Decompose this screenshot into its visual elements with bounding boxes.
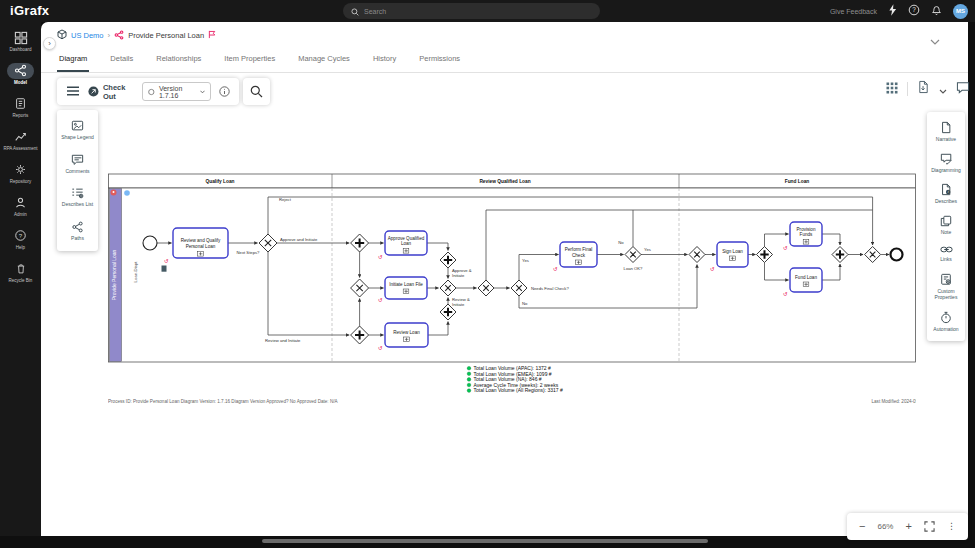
zoom-in-button[interactable]: + bbox=[905, 521, 911, 532]
document-icon bbox=[940, 121, 952, 134]
tab-bar: Diagram Details Relationships Item Prope… bbox=[57, 52, 462, 72]
sidebar-item-recycle-bin[interactable]: Recycle Bin bbox=[0, 260, 41, 292]
collapse-panel-button[interactable]: › bbox=[43, 37, 56, 50]
links-button[interactable]: Links bbox=[927, 245, 965, 263]
svg-text:↺: ↺ bbox=[378, 297, 383, 303]
sidebar-item-dashboard[interactable]: Dashboard bbox=[0, 29, 41, 61]
paths-button[interactable]: Paths bbox=[59, 221, 97, 242]
dashboard-icon bbox=[14, 29, 28, 46]
svg-text:Personal Loan: Personal Loan bbox=[186, 244, 216, 249]
global-search[interactable] bbox=[343, 3, 600, 19]
comments-button[interactable]: Comments bbox=[59, 154, 97, 175]
process-diagram-canvas[interactable]: Qualify Loan Review Qualified Loan Fund … bbox=[108, 172, 916, 410]
lane-note: Loan-Dispt bbox=[133, 261, 138, 283]
svg-text:Loan: Loan bbox=[401, 241, 412, 246]
describes-button[interactable]: i Describes bbox=[927, 183, 965, 205]
chain-link-icon bbox=[940, 245, 953, 254]
user-avatar[interactable]: MS bbox=[953, 4, 968, 19]
more-options-kebab-icon[interactable]: ⋮ bbox=[947, 522, 956, 531]
diagram-stats: Total Loan Volume (APAC): 1372 # Total L… bbox=[467, 365, 563, 393]
fullscreen-icon[interactable] bbox=[924, 518, 935, 536]
custom-properties-button[interactable]: Custom Properties bbox=[927, 273, 965, 301]
diagram-footer-right: Last Modified: 2024-05-07 07:26:29 bbox=[871, 399, 916, 404]
svg-text:Initiate Loan File: Initiate Loan File bbox=[389, 282, 423, 287]
svg-text:Provide Personal Loan: Provide Personal Loan bbox=[111, 249, 117, 300]
task-fund-loan[interactable]: Fund Loan bbox=[790, 268, 822, 292]
reports-icon bbox=[14, 95, 27, 112]
tab-item-properties[interactable]: Item Properties bbox=[222, 52, 277, 72]
collapse-header-chevron-icon[interactable] bbox=[930, 31, 940, 49]
diagramming-button[interactable]: Diagramming bbox=[927, 153, 965, 174]
check-out-button[interactable]: Check Out bbox=[88, 83, 134, 101]
toolbar-separator bbox=[907, 82, 908, 96]
horizontal-scrollbar[interactable] bbox=[262, 539, 708, 543]
lane-marker-icon bbox=[124, 190, 130, 196]
tab-manage-cycles[interactable]: Manage Cycles bbox=[296, 52, 352, 72]
zoom-out-button[interactable]: − bbox=[859, 521, 865, 532]
svg-text:↺: ↺ bbox=[553, 266, 558, 272]
tabs-divider bbox=[41, 72, 968, 73]
bubble-pencil-icon bbox=[940, 153, 953, 165]
phase-qualify-loan: Qualify Loan bbox=[205, 179, 234, 184]
app-header: iGrafx Give Feedback ? MS bbox=[0, 0, 975, 22]
svg-text:No: No bbox=[522, 301, 528, 306]
phase-header-row[interactable]: Qualify Loan Review Qualified Loan Fund … bbox=[109, 174, 916, 188]
task-initiate-loan-file[interactable]: Initiate Loan File bbox=[385, 277, 427, 299]
help-icon[interactable]: ? bbox=[908, 2, 920, 20]
notifications-bell-icon[interactable] bbox=[931, 2, 942, 20]
menu-hamburger-icon[interactable] bbox=[66, 83, 80, 101]
svg-text:Initiate: Initiate bbox=[452, 302, 465, 307]
comment-bubble-icon[interactable] bbox=[956, 80, 970, 98]
task-provision-funds[interactable]: Provision Funds bbox=[790, 222, 822, 246]
svg-text:Total Loan Volume (All Regions: Total Loan Volume (All Regions): 3317 # bbox=[474, 387, 563, 393]
task-sign-loan[interactable]: Sign Loan bbox=[717, 242, 748, 267]
start-event[interactable] bbox=[143, 236, 157, 250]
breadcrumb-current-item[interactable]: Provide Personal Loan bbox=[128, 31, 204, 40]
export-document-icon[interactable] bbox=[917, 80, 930, 98]
tab-diagram[interactable]: Diagram bbox=[57, 52, 89, 72]
task-review-and-qualify-personal-loan[interactable]: Review and Qualify Personal Loan bbox=[173, 228, 228, 258]
tab-permissions[interactable]: Permissions bbox=[417, 52, 462, 72]
automation-button[interactable]: Automation bbox=[927, 311, 965, 333]
svg-text:Review and Initiate: Review and Initiate bbox=[265, 338, 301, 343]
shape-legend-button[interactable]: Shape Legend bbox=[59, 120, 97, 141]
phase-review-qualified-loan: Review Qualified Loan bbox=[479, 179, 530, 184]
tab-details[interactable]: Details bbox=[108, 52, 135, 72]
export-chevron-icon[interactable] bbox=[939, 80, 947, 98]
end-event[interactable] bbox=[891, 249, 903, 261]
sidebar-item-admin[interactable]: Admin bbox=[0, 194, 41, 226]
svg-text:Needs Final Check?: Needs Final Check? bbox=[531, 286, 569, 291]
task-approve-qualified-loan[interactable]: Approve Qualified Loan bbox=[385, 231, 427, 255]
sidebar-item-rpa-assessment[interactable]: RPA Assessment bbox=[0, 128, 41, 160]
sidebar-item-model[interactable]: Model bbox=[0, 62, 41, 94]
document-gear-icon bbox=[940, 273, 952, 286]
svg-text:?: ? bbox=[19, 233, 23, 239]
grid-view-icon[interactable] bbox=[886, 80, 898, 98]
svg-text:Review Loan: Review Loan bbox=[393, 330, 420, 335]
sidebar-item-reports[interactable]: Reports bbox=[0, 95, 41, 127]
search-icon bbox=[250, 85, 263, 98]
task-perform-final-check[interactable]: Perform Final Check bbox=[560, 242, 597, 267]
phase-fund-loan: Fund Loan bbox=[785, 179, 810, 184]
give-feedback-link[interactable]: Give Feedback bbox=[830, 8, 877, 15]
version-dropdown[interactable]: Version 1.7.16 bbox=[142, 82, 211, 101]
loop-flag-icon bbox=[208, 30, 217, 41]
lightning-icon[interactable] bbox=[888, 2, 897, 20]
tab-relationships[interactable]: Relationships bbox=[154, 52, 203, 72]
describes-list-button[interactable]: Describes List bbox=[59, 187, 97, 208]
chevron-down-icon bbox=[200, 90, 205, 94]
diagram-search-button[interactable] bbox=[243, 78, 270, 105]
note-button[interactable]: Note bbox=[927, 215, 965, 236]
version-status-icon bbox=[148, 88, 155, 96]
breadcrumb-workspace-link[interactable]: US Demo bbox=[71, 31, 104, 40]
trash-icon bbox=[15, 260, 27, 277]
sidebar-item-repository[interactable]: Repository bbox=[0, 161, 41, 193]
diagram-right-tools: Narrative Diagramming i Describes Note L… bbox=[927, 112, 965, 341]
main-content: › US Demo › Provide Personal Loan Diagra… bbox=[41, 22, 968, 536]
search-input[interactable] bbox=[364, 8, 592, 15]
task-review-loan[interactable]: Review Loan bbox=[385, 323, 428, 347]
info-icon[interactable] bbox=[219, 83, 230, 101]
tab-history[interactable]: History bbox=[371, 52, 398, 72]
sidebar-item-help[interactable]: ? Help bbox=[0, 227, 41, 259]
narrative-button[interactable]: Narrative bbox=[927, 121, 965, 143]
